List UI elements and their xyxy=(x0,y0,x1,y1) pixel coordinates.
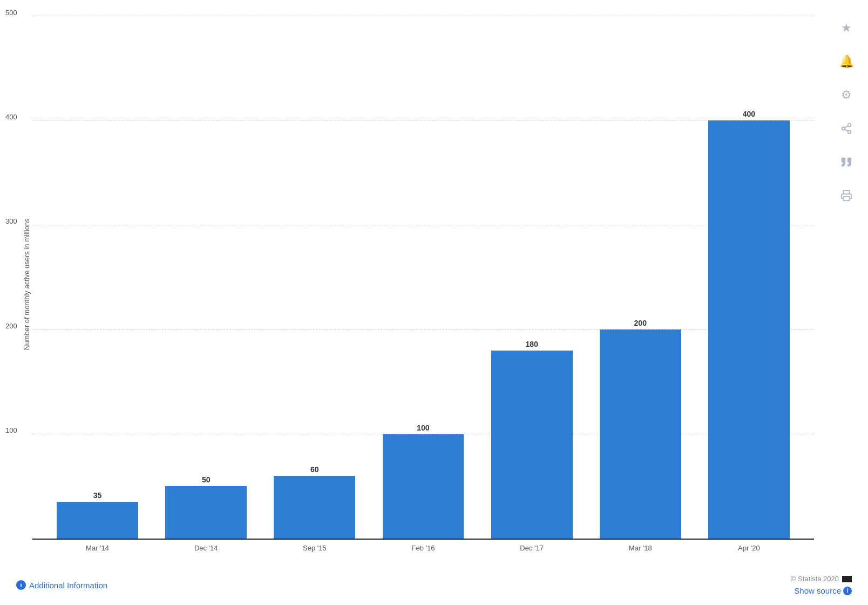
x-tick-label: Feb '16 xyxy=(369,544,477,552)
bar-group: 60 xyxy=(260,16,369,539)
bar-group: 100 xyxy=(369,16,477,539)
y-tick-label: 200 xyxy=(5,321,17,330)
flag-icon xyxy=(842,576,852,582)
star-icon[interactable]: ★ xyxy=(835,16,858,40)
bar-value-label: 50 xyxy=(202,475,211,484)
additional-info-label: Additional Information xyxy=(29,581,107,590)
svg-point-1 xyxy=(842,127,845,130)
bar-group: 180 xyxy=(478,16,586,539)
chart-plot: 500400300200100 355060100180200400 xyxy=(32,16,814,540)
sidebar-icons: ★ 🔔 ⚙ xyxy=(835,16,858,207)
bar xyxy=(383,434,464,539)
footer-right: © Statista 2020 Show source i xyxy=(791,575,852,595)
bar-value-label: 60 xyxy=(310,465,319,474)
bar-value-label: 400 xyxy=(743,110,755,118)
bar-value-label: 180 xyxy=(525,340,538,348)
gear-icon[interactable]: ⚙ xyxy=(835,83,858,107)
y-tick-label: 300 xyxy=(5,217,17,225)
bar-wrapper: 200 xyxy=(600,16,681,539)
svg-point-2 xyxy=(848,131,851,134)
bar-wrapper: 400 xyxy=(708,16,790,539)
quote-icon[interactable] xyxy=(835,150,858,174)
x-tick-label: Mar '14 xyxy=(43,544,152,552)
bar xyxy=(600,330,681,539)
x-axis: Mar '14Dec '14Sep '15Feb '16Dec '17Mar '… xyxy=(32,544,814,552)
bar xyxy=(708,120,790,539)
svg-line-3 xyxy=(845,129,848,131)
bar-value-label: 200 xyxy=(634,319,647,327)
show-source-label: Show source xyxy=(794,586,841,595)
x-tick-label: Mar '18 xyxy=(586,544,695,552)
bar-value-label: 35 xyxy=(93,491,102,500)
info-icon-left: i xyxy=(16,580,26,590)
bars-container: 355060100180200400 xyxy=(32,16,814,539)
x-tick-label: Dec '14 xyxy=(152,544,260,552)
bar-group: 200 xyxy=(586,16,695,539)
bar xyxy=(165,486,247,539)
svg-line-4 xyxy=(845,126,848,128)
additional-info-link[interactable]: i Additional Information xyxy=(16,580,107,590)
info-icon-right: i xyxy=(843,587,852,595)
x-tick-label: Sep '15 xyxy=(260,544,369,552)
bar-wrapper: 100 xyxy=(383,16,464,539)
footer: i Additional Information © Statista 2020… xyxy=(0,568,868,605)
bar-group: 35 xyxy=(43,16,152,539)
y-axis-label: Number of monthly active users in millio… xyxy=(16,16,32,552)
bar-group: 400 xyxy=(695,16,803,539)
bar-wrapper: 35 xyxy=(57,16,138,539)
bell-icon[interactable]: 🔔 xyxy=(835,50,858,73)
bar-wrapper: 50 xyxy=(165,16,247,539)
x-tick-label: Dec '17 xyxy=(478,544,586,552)
chart-inner: 500400300200100 355060100180200400 Mar '… xyxy=(32,16,814,552)
y-tick-label: 100 xyxy=(5,426,17,434)
bar-value-label: 100 xyxy=(417,424,429,432)
svg-rect-5 xyxy=(844,197,850,200)
credit-text: © Statista 2020 xyxy=(791,575,839,583)
statista-credit: © Statista 2020 xyxy=(791,575,852,583)
bar xyxy=(57,502,138,539)
bar-wrapper: 60 xyxy=(274,16,355,539)
svg-point-0 xyxy=(848,124,851,127)
y-tick-label: 400 xyxy=(5,112,17,120)
share-icon[interactable] xyxy=(835,117,858,140)
bar-wrapper: 180 xyxy=(491,16,573,539)
bar xyxy=(491,351,573,539)
main-container: ★ 🔔 ⚙ Numb xyxy=(0,0,868,605)
print-icon[interactable] xyxy=(835,184,858,207)
bar xyxy=(274,476,355,539)
x-tick-label: Apr '20 xyxy=(695,544,803,552)
bar-group: 50 xyxy=(152,16,260,539)
y-tick-label: 500 xyxy=(5,8,17,16)
show-source-link[interactable]: Show source i xyxy=(794,586,852,595)
chart-area: ★ 🔔 ⚙ Numb xyxy=(0,0,868,568)
